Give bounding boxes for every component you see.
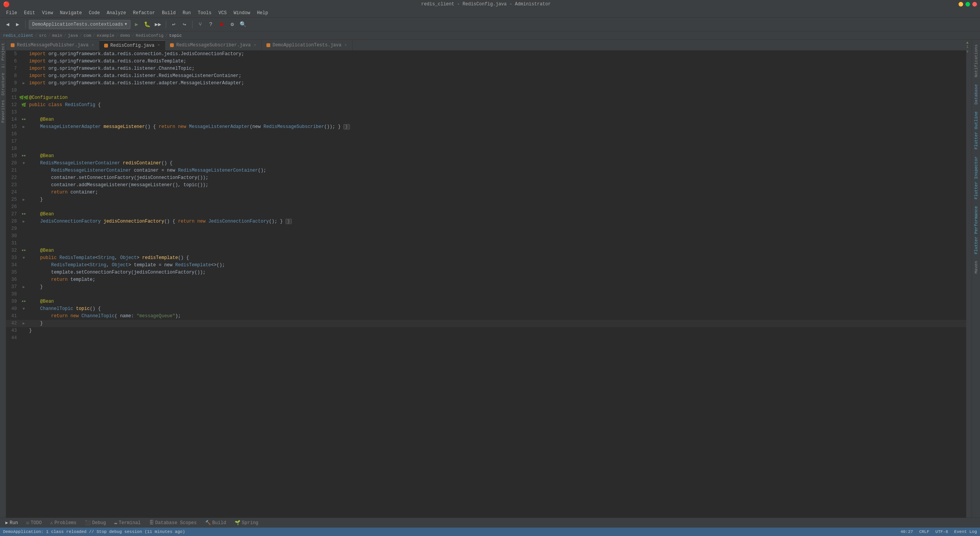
breadcrumb-item-5[interactable]: example <box>97 33 114 38</box>
code-line-24: 24 return container; <box>6 189 966 196</box>
maximize-button[interactable] <box>965 2 970 7</box>
menu-code[interactable]: Code <box>86 10 103 16</box>
status-event-log[interactable]: Event Log <box>954 529 977 534</box>
spring-label: Spring <box>242 520 258 526</box>
code-line-38: 38 <box>6 291 966 298</box>
tab-close-subscriber[interactable]: × <box>253 43 257 48</box>
stop-button[interactable]: ■ <box>217 20 226 29</box>
search-everywhere-button[interactable]: 🔍 <box>238 20 248 29</box>
tab-redis-message-publisher[interactable]: RedisMessagePublisher.java × <box>6 40 100 50</box>
fold-icon-9[interactable]: ▶ <box>23 80 25 87</box>
bottom-tab-build[interactable]: 🔨 Build <box>201 519 230 526</box>
tool-windows-right: Notifications Database Flutter Outline F… <box>972 40 980 518</box>
back-button[interactable]: ◀ <box>3 20 12 29</box>
left-sidebar: 1: Project Structure Favorites <box>0 40 6 518</box>
menu-build[interactable]: Build <box>159 10 179 16</box>
run-config-label: DemoApplicationTests.contextLoads <box>32 22 123 27</box>
code-line-37: 37 ▶ } <box>6 284 966 291</box>
tool-tab-flutter-inspector[interactable]: Flutter Inspector <box>972 153 980 202</box>
menu-help[interactable]: Help <box>254 10 271 16</box>
fold-icon-28[interactable]: ▶ <box>23 218 25 225</box>
terminal-icon: ▬ <box>114 520 117 526</box>
git-button[interactable]: ⑂ <box>196 20 205 29</box>
bean-icon-39: ●● <box>22 298 26 305</box>
status-line-col[interactable]: 40:27 <box>900 529 913 534</box>
menu-navigate[interactable]: Navigate <box>57 10 85 16</box>
run-button[interactable]: ▶ <box>132 20 141 29</box>
tool-tab-flutter-performance[interactable]: Flutter Performance <box>972 203 980 257</box>
breadcrumb-item-8[interactable]: topic <box>169 33 182 38</box>
tab-redis-message-subscriber[interactable]: RedisMessageSubscriber.java × <box>165 40 261 50</box>
fold-icon-37[interactable]: ▶ <box>23 284 25 291</box>
terminal-label: Terminal <box>119 520 141 526</box>
help-button[interactable]: ? <box>206 20 216 29</box>
fold-icon-40[interactable]: ▼ <box>23 305 25 313</box>
minimize-button[interactable] <box>959 2 963 7</box>
code-line-27: 27 ●● @Bean <box>6 211 966 218</box>
breadcrumb-item-4[interactable]: com <box>83 33 91 38</box>
code-editor[interactable]: 5 import org.springframework.data.redis.… <box>6 51 966 518</box>
window-title: redis_client - RedisConfig.java - Admini… <box>421 2 550 7</box>
fold-icon-15[interactable]: ▶ <box>23 123 25 131</box>
code-line-21: 21 RedisMessageListenerContainer contain… <box>6 167 966 174</box>
tab-close-demo[interactable]: × <box>344 43 348 48</box>
menu-file[interactable]: File <box>3 10 20 16</box>
structure-tool-tab[interactable]: Structure <box>0 71 6 97</box>
tool-tab-notifications[interactable]: Notifications <box>972 41 980 80</box>
bottom-area: ▶ Run ☑ TODO ⚠ Problems ⬛ Debug ▬ Termin… <box>0 518 980 536</box>
code-line-13: 13 <box>6 109 966 116</box>
bottom-tab-todo[interactable]: ☑ TODO <box>23 519 46 526</box>
menu-edit[interactable]: Edit <box>21 10 38 16</box>
bottom-tab-debug[interactable]: ⬛ Debug <box>81 519 110 526</box>
menu-window[interactable]: Window <box>230 10 253 16</box>
fold-icon-25[interactable]: ▶ <box>23 196 25 203</box>
editor-area: RedisMessagePublisher.java × RedisConfig… <box>6 40 966 518</box>
run-config-dropdown[interactable]: DemoApplicationTests.contextLoads ▼ <box>29 20 131 29</box>
tool-tab-flutter-outline[interactable]: Flutter Outline <box>972 108 980 152</box>
status-charset[interactable]: UTF-8 <box>936 529 948 534</box>
fold-icon-42[interactable]: ▶ <box>23 320 25 327</box>
dropdown-icon: ▼ <box>125 22 127 26</box>
debug-button[interactable]: 🐛 <box>143 20 152 29</box>
undo-button[interactable]: ↩ <box>169 20 178 29</box>
bottom-tab-terminal[interactable]: ▬ Terminal <box>111 520 145 526</box>
fold-icon-20[interactable]: ▼ <box>23 160 25 167</box>
tab-close-publisher[interactable]: × <box>91 43 95 48</box>
favorites-tool-tab[interactable]: Favorites <box>0 98 6 124</box>
code-line-6: 6 import org.springframework.data.redis.… <box>6 58 966 65</box>
menu-analyze[interactable]: Analyze <box>104 10 129 16</box>
breadcrumb-item-1[interactable]: src <box>39 33 47 38</box>
tab-close-config[interactable]: × <box>157 43 160 48</box>
breadcrumb-item-3[interactable]: java <box>68 33 78 38</box>
breadcrumb-item-7[interactable]: RedisConfig <box>136 33 164 38</box>
status-crlf[interactable]: CRLF <box>919 529 929 534</box>
breadcrumb-item-6[interactable]: demo <box>120 33 130 38</box>
tab-demo-application-tests[interactable]: DemoApplicationTests.java × <box>262 40 353 50</box>
menu-refactor[interactable]: Refactor <box>130 10 158 16</box>
tab-label-publisher: RedisMessagePublisher.java <box>17 43 88 48</box>
tab-redis-config[interactable]: RedisConfig.java × <box>100 40 165 50</box>
breadcrumb-item-2[interactable]: main <box>52 33 62 38</box>
breadcrumb-item-0[interactable]: redis_client <box>3 33 33 38</box>
bottom-tab-database-scopes[interactable]: 🗄 Database Scopes <box>145 519 201 526</box>
fold-icon-33[interactable]: ▼ <box>23 254 25 262</box>
tool-tab-maven[interactable]: Maven <box>972 258 980 277</box>
bottom-tab-problems[interactable]: ⚠ Problems <box>46 519 80 526</box>
code-line-5: 5 import org.springframework.data.redis.… <box>6 51 966 58</box>
redo-button[interactable]: ↪ <box>180 20 189 29</box>
menu-vcs[interactable]: VCS <box>216 10 230 16</box>
run-coverage-button[interactable]: ▶▶ <box>154 20 163 29</box>
bottom-tab-spring[interactable]: 🌱 Spring <box>231 519 262 526</box>
spring-icon: 🌱 <box>235 520 240 526</box>
menu-run[interactable]: Run <box>180 10 194 16</box>
settings-button[interactable]: ⚙ <box>228 20 237 29</box>
bottom-tab-run[interactable]: ▶ Run <box>2 519 22 526</box>
forward-button[interactable]: ▶ <box>13 20 22 29</box>
tool-tab-database[interactable]: Database <box>972 81 980 108</box>
close-button[interactable] <box>972 2 977 7</box>
code-line-16: 16 <box>6 131 966 138</box>
tab-label-demo: DemoApplicationTests.java <box>273 43 341 48</box>
menu-tools[interactable]: Tools <box>195 10 215 16</box>
menu-view[interactable]: View <box>39 10 56 16</box>
project-tool-tab[interactable]: 1: Project <box>0 41 6 70</box>
